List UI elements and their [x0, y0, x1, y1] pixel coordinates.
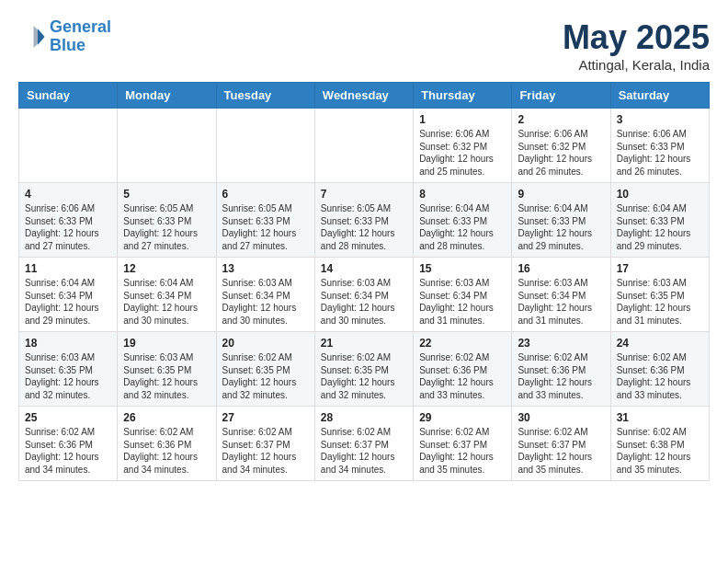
day-number: 25: [25, 411, 111, 424]
weekday-thursday: Thursday: [414, 83, 512, 109]
cell-info: Sunrise: 6:06 AM Sunset: 6:33 PM Dayligh…: [617, 128, 703, 178]
cell-info: Sunrise: 6:06 AM Sunset: 6:32 PM Dayligh…: [518, 128, 604, 178]
calendar-cell: 3Sunrise: 6:06 AM Sunset: 6:33 PM Daylig…: [610, 109, 709, 183]
cell-info: Sunrise: 6:02 AM Sunset: 6:35 PM Dayligh…: [222, 351, 309, 401]
calendar-cell: 16Sunrise: 6:03 AM Sunset: 6:34 PM Dayli…: [512, 258, 610, 332]
cell-info: Sunrise: 6:02 AM Sunset: 6:36 PM Dayligh…: [123, 426, 210, 476]
calendar-cell: 26Sunrise: 6:02 AM Sunset: 6:36 PM Dayli…: [118, 407, 216, 481]
day-number: 13: [222, 262, 309, 275]
calendar-cell: [118, 109, 216, 183]
cell-info: Sunrise: 6:05 AM Sunset: 6:33 PM Dayligh…: [222, 202, 309, 252]
weekday-sunday: Sunday: [19, 83, 118, 109]
calendar-cell: 25Sunrise: 6:02 AM Sunset: 6:36 PM Dayli…: [19, 407, 118, 481]
calendar-week-1: 1Sunrise: 6:06 AM Sunset: 6:32 PM Daylig…: [19, 109, 710, 183]
calendar-cell: 14Sunrise: 6:03 AM Sunset: 6:34 PM Dayli…: [314, 258, 413, 332]
day-number: 6: [222, 188, 309, 201]
calendar-cell: 12Sunrise: 6:04 AM Sunset: 6:34 PM Dayli…: [118, 258, 216, 332]
day-number: 2: [518, 113, 604, 126]
calendar-header: SundayMondayTuesdayWednesdayThursdayFrid…: [19, 83, 710, 109]
calendar-cell: [314, 109, 413, 183]
calendar-cell: 8Sunrise: 6:04 AM Sunset: 6:33 PM Daylig…: [414, 183, 512, 258]
weekday-tuesday: Tuesday: [216, 83, 314, 109]
calendar-cell: 11Sunrise: 6:04 AM Sunset: 6:34 PM Dayli…: [19, 258, 118, 332]
weekday-wednesday: Wednesday: [314, 83, 413, 109]
calendar-body: 1Sunrise: 6:06 AM Sunset: 6:32 PM Daylig…: [19, 109, 710, 481]
day-number: 16: [518, 262, 604, 275]
day-number: 14: [321, 262, 407, 275]
calendar-cell: 18Sunrise: 6:03 AM Sunset: 6:35 PM Dayli…: [19, 332, 118, 407]
calendar-cell: 5Sunrise: 6:05 AM Sunset: 6:33 PM Daylig…: [118, 183, 216, 258]
cell-info: Sunrise: 6:04 AM Sunset: 6:34 PM Dayligh…: [123, 277, 210, 327]
calendar-cell: 2Sunrise: 6:06 AM Sunset: 6:32 PM Daylig…: [512, 109, 610, 183]
calendar-cell: 13Sunrise: 6:03 AM Sunset: 6:34 PM Dayli…: [216, 258, 314, 332]
calendar-cell: 24Sunrise: 6:02 AM Sunset: 6:36 PM Dayli…: [610, 332, 709, 407]
calendar-cell: [19, 109, 118, 183]
logo-line1: General: [50, 17, 111, 36]
day-number: 10: [617, 188, 703, 201]
logo: General Blue: [18, 18, 111, 55]
day-number: 31: [617, 411, 703, 424]
title-block: May 2025 Attingal, Kerala, India: [563, 18, 710, 73]
cell-info: Sunrise: 6:02 AM Sunset: 6:37 PM Dayligh…: [419, 426, 506, 476]
cell-info: Sunrise: 6:02 AM Sunset: 6:37 PM Dayligh…: [222, 426, 309, 476]
calendar-cell: 22Sunrise: 6:02 AM Sunset: 6:36 PM Dayli…: [414, 332, 512, 407]
calendar-cell: 21Sunrise: 6:02 AM Sunset: 6:35 PM Dayli…: [314, 332, 413, 407]
day-number: 26: [123, 411, 210, 424]
cell-info: Sunrise: 6:02 AM Sunset: 6:37 PM Dayligh…: [518, 426, 604, 476]
calendar-week-5: 25Sunrise: 6:02 AM Sunset: 6:36 PM Dayli…: [19, 407, 710, 481]
svg-marker-1: [34, 26, 45, 48]
calendar-cell: 9Sunrise: 6:04 AM Sunset: 6:33 PM Daylig…: [512, 183, 610, 258]
cell-info: Sunrise: 6:02 AM Sunset: 6:37 PM Dayligh…: [321, 426, 407, 476]
calendar-cell: 15Sunrise: 6:03 AM Sunset: 6:34 PM Dayli…: [414, 258, 512, 332]
calendar-cell: 19Sunrise: 6:03 AM Sunset: 6:35 PM Dayli…: [118, 332, 216, 407]
cell-info: Sunrise: 6:04 AM Sunset: 6:34 PM Dayligh…: [25, 277, 111, 327]
calendar-table: SundayMondayTuesdayWednesdayThursdayFrid…: [18, 82, 710, 481]
day-number: 19: [123, 337, 210, 350]
cell-info: Sunrise: 6:04 AM Sunset: 6:33 PM Dayligh…: [419, 202, 506, 252]
cell-info: Sunrise: 6:05 AM Sunset: 6:33 PM Dayligh…: [321, 202, 407, 252]
day-number: 29: [419, 411, 506, 424]
day-number: 11: [25, 262, 111, 275]
day-number: 23: [518, 337, 604, 350]
day-number: 15: [419, 262, 506, 275]
calendar-cell: 1Sunrise: 6:06 AM Sunset: 6:32 PM Daylig…: [414, 109, 512, 183]
day-number: 18: [25, 337, 111, 350]
day-number: 1: [419, 113, 506, 126]
day-number: 7: [321, 188, 407, 201]
cell-info: Sunrise: 6:02 AM Sunset: 6:35 PM Dayligh…: [321, 351, 407, 401]
cell-info: Sunrise: 6:03 AM Sunset: 6:34 PM Dayligh…: [518, 277, 604, 327]
calendar-cell: 30Sunrise: 6:02 AM Sunset: 6:37 PM Dayli…: [512, 407, 610, 481]
calendar-cell: 23Sunrise: 6:02 AM Sunset: 6:36 PM Dayli…: [512, 332, 610, 407]
cell-info: Sunrise: 6:02 AM Sunset: 6:36 PM Dayligh…: [617, 351, 703, 401]
calendar-week-3: 11Sunrise: 6:04 AM Sunset: 6:34 PM Dayli…: [19, 258, 710, 332]
day-number: 28: [321, 411, 407, 424]
page-header: General Blue May 2025 Attingal, Kerala, …: [18, 18, 710, 73]
day-number: 21: [321, 337, 407, 350]
calendar-week-4: 18Sunrise: 6:03 AM Sunset: 6:35 PM Dayli…: [19, 332, 710, 407]
cell-info: Sunrise: 6:04 AM Sunset: 6:33 PM Dayligh…: [518, 202, 604, 252]
logo-text: General Blue: [50, 18, 111, 55]
calendar-cell: 28Sunrise: 6:02 AM Sunset: 6:37 PM Dayli…: [314, 407, 413, 481]
cell-info: Sunrise: 6:02 AM Sunset: 6:36 PM Dayligh…: [25, 426, 111, 476]
day-number: 24: [617, 337, 703, 350]
cell-info: Sunrise: 6:06 AM Sunset: 6:33 PM Dayligh…: [25, 202, 111, 252]
month-title: May 2025: [563, 18, 710, 57]
calendar-cell: 29Sunrise: 6:02 AM Sunset: 6:37 PM Dayli…: [414, 407, 512, 481]
cell-info: Sunrise: 6:05 AM Sunset: 6:33 PM Dayligh…: [123, 202, 210, 252]
day-number: 20: [222, 337, 309, 350]
weekday-saturday: Saturday: [610, 83, 709, 109]
cell-info: Sunrise: 6:03 AM Sunset: 6:34 PM Dayligh…: [321, 277, 407, 327]
day-number: 27: [222, 411, 309, 424]
day-number: 22: [419, 337, 506, 350]
weekday-header-row: SundayMondayTuesdayWednesdayThursdayFrid…: [19, 83, 710, 109]
cell-info: Sunrise: 6:03 AM Sunset: 6:34 PM Dayligh…: [222, 277, 309, 327]
cell-info: Sunrise: 6:03 AM Sunset: 6:35 PM Dayligh…: [617, 277, 703, 327]
calendar-cell: 10Sunrise: 6:04 AM Sunset: 6:33 PM Dayli…: [610, 183, 709, 258]
day-number: 8: [419, 188, 506, 201]
cell-info: Sunrise: 6:02 AM Sunset: 6:38 PM Dayligh…: [617, 426, 703, 476]
day-number: 17: [617, 262, 703, 275]
calendar-cell: 6Sunrise: 6:05 AM Sunset: 6:33 PM Daylig…: [216, 183, 314, 258]
location: Attingal, Kerala, India: [563, 57, 710, 73]
calendar-cell: 27Sunrise: 6:02 AM Sunset: 6:37 PM Dayli…: [216, 407, 314, 481]
cell-info: Sunrise: 6:03 AM Sunset: 6:34 PM Dayligh…: [419, 277, 506, 327]
